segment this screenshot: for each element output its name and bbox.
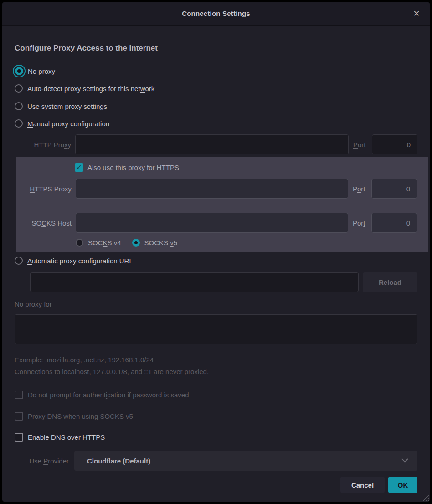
radio-socks-v4-label: SOCKS v4 <box>88 239 121 247</box>
https-proxy-label: HTTPS Proxy <box>16 185 75 193</box>
radio-socks-v5-label: SOCKS v5 <box>144 239 178 247</box>
provider-dropdown[interactable]: Cloudflare (Default) <box>74 451 417 471</box>
radio-row-auto-detect[interactable]: Auto-detect proxy settings for this netw… <box>15 82 417 95</box>
no-prompt-auth-row[interactable]: Do not prompt for authentication if pass… <box>15 390 417 400</box>
socks-host-label: SOCKS Host <box>16 219 75 227</box>
radio-socks-v5[interactable] <box>132 239 140 247</box>
radio-manual-proxy[interactable] <box>15 119 23 128</box>
radio-row-manual-proxy[interactable]: Manual proxy configuration <box>15 117 417 130</box>
radio-auto-detect-label: Auto-detect proxy settings for this netw… <box>27 85 154 93</box>
enable-doh-row[interactable]: Enable DNS over HTTPS <box>15 432 417 442</box>
http-proxy-row: HTTP Proxy Port <box>15 134 417 154</box>
auto-url-input[interactable] <box>30 272 359 292</box>
radio-socks-v4[interactable] <box>76 239 83 247</box>
dialog-titlebar: Connection Settings ✕ <box>2 2 430 26</box>
also-https-checkbox[interactable]: ✓ <box>75 163 83 172</box>
reload-button[interactable]: Reload <box>363 272 417 292</box>
proxy-dns-label: Proxy DNS when using SOCKS v5 <box>28 412 133 420</box>
socks-port-label: Port <box>349 219 370 227</box>
check-icon: ✓ <box>76 164 82 171</box>
socks-host-row: SOCKS Host Port <box>16 213 417 233</box>
example-text: Example: .mozilla.org, .net.nz, 192.168.… <box>15 356 417 365</box>
radio-no-proxy[interactable] <box>15 67 23 75</box>
dialog-button-row: Cancel OK <box>15 477 417 493</box>
socks-host-input[interactable] <box>76 213 348 233</box>
no-prompt-auth-checkbox[interactable] <box>15 391 23 399</box>
http-port-label: Port <box>350 141 371 149</box>
radio-manual-proxy-label: Manual proxy configuration <box>27 120 109 128</box>
enable-doh-checkbox[interactable] <box>15 433 23 442</box>
dialog-content: Configure Proxy Access to the Internet N… <box>2 26 430 502</box>
chevron-down-icon <box>401 458 408 463</box>
http-port-input[interactable] <box>372 134 417 154</box>
proxy-dns-row[interactable]: Proxy DNS when using SOCKS v5 <box>15 411 417 421</box>
radio-row-no-proxy[interactable]: No proxy <box>15 64 417 78</box>
radio-system-proxy[interactable] <box>15 102 23 110</box>
socks-port-input[interactable] <box>371 213 417 233</box>
cancel-button[interactable]: Cancel <box>340 477 385 493</box>
radio-row-auto-url[interactable]: Automatic proxy configuration URL <box>15 254 417 267</box>
no-proxy-for-label: No proxy for <box>15 300 417 310</box>
no-prompt-auth-label: Do not prompt for authentication if pass… <box>28 391 189 399</box>
radio-system-proxy-label: Use system proxy settings <box>27 103 107 110</box>
https-port-input[interactable] <box>371 179 417 199</box>
radio-auto-url[interactable] <box>15 257 23 265</box>
provider-dropdown-value: Cloudflare (Default) <box>87 457 150 465</box>
auto-url-row: Reload <box>15 272 417 292</box>
also-https-row[interactable]: ✓ Also use this proxy for HTTPS <box>16 163 417 172</box>
enable-doh-label: Enable DNS over HTTPS <box>28 433 105 441</box>
page-title: Configure Proxy Access to the Internet <box>15 44 417 56</box>
socks-version-radios: SOCKS v4 SOCKS v5 <box>16 238 417 247</box>
also-https-label: Also use this proxy for HTTPS <box>87 164 179 171</box>
radio-no-proxy-label: No proxy <box>28 67 55 75</box>
manual-proxy-subsection: ✓ Also use this proxy for HTTPS HTTPS Pr… <box>16 157 428 252</box>
http-proxy-label: HTTP Proxy <box>15 141 74 149</box>
proxy-dns-checkbox[interactable] <box>15 412 23 421</box>
use-provider-label: Use Provider <box>15 457 74 465</box>
doh-provider-row: Use Provider Cloudflare (Default) <box>15 451 417 471</box>
localhost-note-text: Connections to localhost, 127.0.0.1/8, a… <box>15 368 417 377</box>
radio-row-system-proxy[interactable]: Use system proxy settings <box>15 99 417 113</box>
http-proxy-input[interactable] <box>75 134 349 154</box>
ok-button[interactable]: OK <box>388 477 417 493</box>
no-proxy-for-textarea[interactable] <box>15 314 417 344</box>
radio-auto-url-label: Automatic proxy configuration URL <box>27 257 133 265</box>
dialog-title: Connection Settings <box>182 10 250 17</box>
https-port-label: Port <box>349 185 370 193</box>
https-proxy-row: HTTPS Proxy Port <box>16 179 417 199</box>
connection-settings-dialog: Connection Settings ✕ Configure Proxy Ac… <box>2 2 430 502</box>
close-icon[interactable]: ✕ <box>410 7 423 20</box>
https-proxy-input[interactable] <box>76 179 348 199</box>
radio-auto-detect[interactable] <box>15 84 23 93</box>
